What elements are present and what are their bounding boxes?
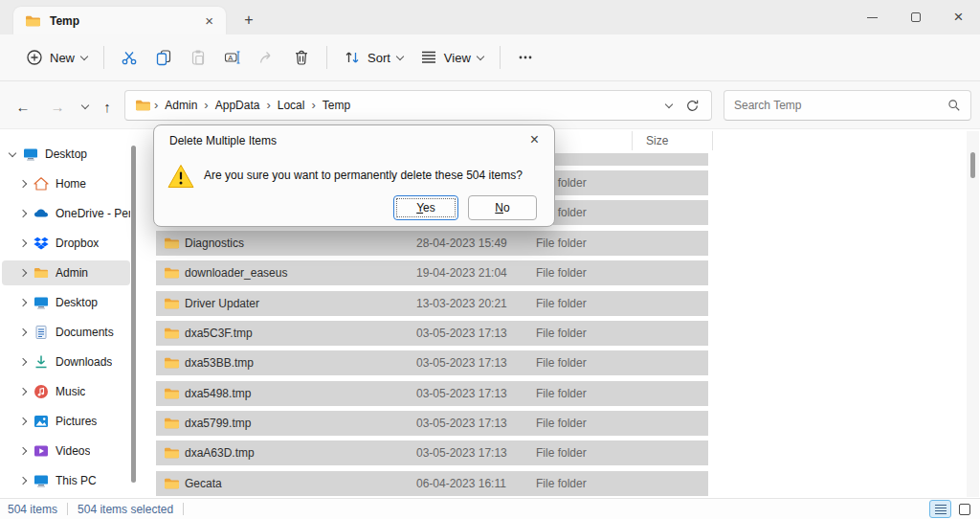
sidebar-item-downloads[interactable]: Downloads	[2, 350, 130, 374]
dialog-title: Delete Multiple Items	[169, 134, 277, 147]
scrollbar-thumb[interactable]	[970, 152, 975, 178]
copy-button[interactable]	[146, 43, 181, 72]
chevron-right-icon	[19, 477, 27, 485]
sidebar-item-music[interactable]: Music	[2, 379, 130, 404]
file-row[interactable]: downloader_easeus19-04-2023 21:04File fo…	[156, 260, 708, 285]
forward-button[interactable]: →	[45, 94, 70, 119]
toolbar-divider	[500, 46, 501, 69]
items-count: 504 items	[8, 503, 57, 516]
sidebar-item-videos[interactable]: Videos	[2, 439, 130, 463]
see-more-button[interactable]	[508, 43, 543, 72]
toolbar-divider	[103, 46, 104, 69]
close-window-button[interactable]: ×	[937, 0, 980, 34]
file-row[interactable]: Gecata06-04-2023 16:11File folder	[156, 471, 708, 496]
folder-icon	[164, 477, 180, 490]
desktop-icon	[23, 147, 38, 162]
share-button[interactable]	[250, 43, 284, 72]
sidebar-item-this-pc[interactable]: This PC	[2, 468, 130, 493]
details-view-icon	[934, 504, 947, 515]
file-row[interactable]: dxaA63D.tmp03-05-2023 17:13File folder	[156, 440, 708, 465]
tab-bar: Temp × + ×	[0, 0, 980, 34]
file-row[interactable]: dxa5799.tmp03-05-2023 17:13File folder	[156, 411, 708, 436]
pictures-icon	[33, 414, 49, 429]
column-separator[interactable]	[632, 131, 633, 150]
address-row: ← → ↑ › Admin › AppData › Local › Temp	[0, 81, 980, 129]
up-button[interactable]: ↑	[95, 94, 120, 119]
tab-close-icon[interactable]: ×	[202, 12, 216, 29]
breadcrumb-local[interactable]: Local	[274, 97, 309, 114]
yes-button[interactable]: Yes	[393, 195, 458, 220]
rename-button[interactable]: A	[215, 43, 250, 72]
back-button[interactable]: ←	[11, 94, 35, 119]
file-row[interactable]: dxa5498.tmp03-05-2023 17:13File folder	[156, 381, 708, 406]
toolbar-divider	[326, 46, 327, 69]
cut-button[interactable]	[112, 43, 146, 72]
folder-icon	[164, 266, 180, 280]
chevron-right-icon	[19, 299, 27, 306]
no-button[interactable]: No	[468, 195, 537, 220]
file-row[interactable]: dxa53BB.tmp03-05-2023 17:13File folder	[156, 350, 708, 375]
breadcrumb-admin[interactable]: Admin	[161, 97, 201, 114]
search-input[interactable]	[734, 99, 947, 112]
sidebar-item-documents[interactable]: Documents	[2, 320, 130, 345]
icons-view-toggle[interactable]	[959, 504, 970, 515]
copy-icon	[155, 49, 172, 66]
sort-button[interactable]: Sort	[335, 43, 412, 72]
new-button[interactable]: New	[17, 43, 96, 72]
rename-icon: A	[224, 49, 241, 66]
search-icon	[947, 99, 961, 112]
chevron-right-icon	[19, 358, 27, 366]
navigation-pane: Desktop Home OneDrive - Per Dropbox Admi…	[0, 129, 151, 498]
dialog-close-button[interactable]: ×	[524, 129, 545, 150]
view-button[interactable]: View	[412, 43, 492, 72]
sort-icon	[344, 49, 361, 66]
column-separator[interactable]	[712, 131, 713, 150]
sort-label: Sort	[368, 51, 390, 65]
plus-circle-icon	[26, 49, 43, 66]
folder-icon	[164, 327, 180, 340]
folder-icon	[164, 387, 180, 400]
chevron-right-icon	[19, 239, 27, 247]
sidebar-item-dropbox[interactable]: Dropbox	[2, 231, 130, 256]
sidebar-item-desktop[interactable]: Desktop	[2, 290, 130, 315]
file-row[interactable]: dxa5C3F.tmp03-05-2023 17:13File folder	[156, 321, 708, 346]
breadcrumb-temp[interactable]: Temp	[319, 97, 354, 114]
status-bar: 504 items 504 items selected	[0, 498, 980, 519]
address-dropdown-chevron-icon[interactable]	[665, 100, 673, 107]
sidebar-item-home[interactable]: Home	[2, 171, 130, 196]
svg-text:A: A	[228, 54, 233, 62]
explorer-window: Temp × + × New A	[0, 0, 980, 519]
sidebar-scrollbar[interactable]	[131, 146, 136, 483]
details-view-toggle[interactable]	[929, 500, 951, 518]
search-box	[724, 90, 971, 121]
chevron-right-icon	[19, 388, 27, 395]
delete-button[interactable]	[284, 43, 319, 72]
sidebar-item-pictures[interactable]: Pictures	[2, 409, 130, 434]
column-header-size[interactable]: Size	[646, 134, 668, 147]
sidebar-item-onedrive[interactable]: OneDrive - Per	[2, 201, 130, 226]
file-row[interactable]: Diagnostics28-04-2023 15:49File folder	[156, 231, 708, 256]
paste-icon	[189, 49, 207, 66]
minimize-button[interactable]	[851, 0, 894, 34]
chevron-down-icon	[396, 52, 404, 59]
refresh-icon[interactable]	[685, 99, 700, 113]
tab-temp[interactable]: Temp ×	[13, 7, 226, 34]
new-tab-button[interactable]: +	[237, 9, 260, 32]
breadcrumb-separator: ›	[308, 98, 318, 114]
view-label: View	[444, 51, 471, 65]
chevron-right-icon	[19, 180, 27, 188]
address-bar[interactable]: › Admin › AppData › Local › Temp	[124, 90, 712, 121]
folder-icon	[164, 356, 180, 370]
window-controls: ×	[851, 0, 980, 34]
sidebar-item-admin[interactable]: Admin	[2, 260, 130, 285]
paste-button[interactable]	[181, 43, 215, 72]
more-ellipsis-icon	[517, 49, 534, 66]
chevron-down-icon	[81, 101, 89, 108]
maximize-button[interactable]	[894, 0, 937, 34]
file-row[interactable]: Driver Updater13-03-2023 20:21File folde…	[156, 291, 708, 316]
status-divider	[67, 503, 68, 515]
breadcrumb-appdata[interactable]: AppData	[212, 97, 264, 114]
sidebar-item-desktop-root[interactable]: Desktop	[2, 142, 130, 167]
share-icon	[258, 49, 276, 66]
cut-icon	[121, 49, 138, 66]
